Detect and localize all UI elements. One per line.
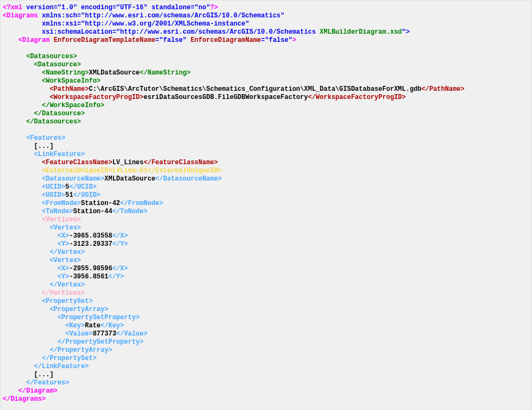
fromnode-close: </FromNode>: [120, 200, 163, 207]
uoid-open: <UOID>: [42, 191, 65, 199]
xml-declaration-attrs: version="1.0" encoding="UTF-16" standalo…: [26, 4, 210, 11]
value-val: 877373: [93, 330, 116, 338]
diagram-attr1-val: ="false": [155, 36, 187, 44]
propertyset-close: </PropertySet>: [42, 355, 97, 362]
workspaceinfo-close: </WorkSpaceInfo>: [42, 102, 104, 109]
uoid-close: </UOID>: [73, 191, 101, 199]
wfpid-close: </WorkspaceFactoryProgID>: [308, 94, 406, 101]
namestring-close: </NameString>: [140, 69, 191, 77]
pathname-open: <PathName>: [49, 85, 89, 93]
v1-x-close: </X>: [112, 232, 128, 240]
uoid-val: 51: [65, 191, 73, 199]
diagrams-close: </Diagrams>: [3, 395, 46, 403]
linkfeature-open: <LinkFeature>: [34, 151, 85, 158]
featureclassname-open: <FeatureClassName>: [42, 159, 112, 166]
vertices-close: </Vertices>: [42, 289, 85, 297]
v1-y-val: -3123.29337: [69, 240, 112, 248]
namestring-val: XMLDataSource: [89, 69, 140, 77]
featureclassname-close: </FeatureClassName>: [143, 159, 218, 166]
datasources-open: <Datasources>: [26, 53, 77, 60]
datasourcename-open: <DatasourceName>: [42, 175, 104, 183]
xml-code-view: <?xml version="1.0" encoding="UTF-16" st…: [0, 0, 532, 410]
v2-y-val: -3956.8561: [69, 273, 108, 281]
key-close: </Key>: [101, 322, 124, 330]
v2-x-open: <X>: [58, 265, 70, 272]
fromnode-open: <FromNode>: [42, 200, 81, 207]
xml-declaration-close: ?>: [210, 4, 218, 11]
diagrams-ns3-hl: XMLBuilderDiagram.xsd: [320, 28, 402, 36]
psp-open: <PropertySetProperty>: [58, 314, 140, 321]
tonode-close: </ToNode>: [112, 208, 148, 215]
vertex2-open: <Vertex>: [49, 257, 81, 264]
v1-x-open: <X>: [58, 232, 70, 240]
v2-y-open: <Y>: [58, 273, 70, 281]
value-close: </Value>: [116, 330, 148, 338]
ucid-open: <UCID>: [42, 183, 65, 191]
pathname-close: </PathName>: [422, 85, 465, 93]
key-open: <Key>: [65, 322, 85, 330]
v1-x-val: -3965.03558: [69, 232, 112, 240]
vertex2-close: </Vertex>: [49, 281, 85, 289]
diagram-open: <Diagram: [18, 36, 54, 44]
workspaceinfo-open: <WorkSpaceInfo>: [42, 77, 101, 85]
diagrams-ns2: xmlns:xsi="http://www.w3.org/2001/XMLSch…: [42, 20, 249, 28]
vertex1-open: <Vertex>: [49, 224, 81, 232]
v2-y-close: </Y>: [108, 273, 124, 281]
v2-x-val: -2955.98596: [69, 265, 112, 272]
v1-y-open: <Y>: [58, 240, 70, 248]
features-close: </Features>: [26, 379, 69, 387]
externaluniqueid-close: </ExternalUniqueID>: [147, 167, 222, 175]
externaluniqueid-val: LVLine-51: [112, 167, 148, 175]
pathname-val: C:\ArcGIS\ArcTutor\Schematics\Schematics…: [89, 85, 421, 93]
datasourcename-val: XMLDataSource: [104, 175, 155, 183]
diagrams-open: <Diagrams: [3, 12, 42, 20]
value-open: <Value>: [65, 330, 92, 338]
diagrams-ns3-pre: xsi:schemaLocation="http://www.esri.com/…: [42, 28, 320, 36]
features-open: <Features>: [26, 134, 65, 142]
vertex1-close: </Vertex>: [49, 249, 85, 256]
namestring-open: <NameString>: [42, 69, 89, 77]
psp-close: </PropertySetProperty>: [58, 338, 143, 346]
propertyarray-open: <PropertyArray>: [49, 306, 108, 313]
ucid-close: </UCID>: [69, 183, 96, 191]
key-val: Rate: [85, 322, 101, 330]
diagrams-ns1: xmlns:sch="http://www.esri.com/schemas/A…: [42, 12, 284, 20]
vertices-open: <Vertices>: [42, 216, 81, 223]
diagram-attr2-name: EnforceDiagramName: [186, 36, 261, 44]
tonode-open: <ToNode>: [42, 208, 73, 215]
wfpid-val: esriDataSourcesGDB.FileGDBWorkspaceFacto…: [143, 94, 308, 101]
ellipsis-bottom: [...]: [34, 371, 54, 378]
tonode-val: Station-44: [73, 208, 112, 215]
propertyarray-close: </PropertyArray>: [49, 346, 112, 354]
datasourcename-close: </DatasourceName>: [155, 175, 222, 183]
v1-y-close: </Y>: [112, 240, 128, 248]
diagram-attr1-name: EnforceDiagramTemplateName: [54, 36, 155, 44]
featureclassname-val: LV_Lines: [112, 159, 144, 166]
diagram-open-end: >: [292, 36, 296, 44]
propertyset-open: <PropertySet>: [42, 297, 93, 305]
diagram-close: </Diagram>: [18, 387, 58, 395]
v2-x-close: </X>: [112, 265, 128, 272]
xml-declaration-open: <?xml: [3, 4, 26, 11]
diagrams-ns3-post: ">: [402, 28, 410, 36]
datasource-open: <Datasource>: [34, 61, 81, 69]
fromnode-val: Station-42: [81, 200, 120, 207]
wfpid-open: <WorkspaceFactoryProgID>: [49, 94, 143, 101]
diagram-attr2-val: ="false": [261, 36, 292, 44]
ellipsis-top: [...]: [34, 142, 54, 150]
linkfeature-close: </LinkFeature>: [34, 363, 89, 370]
externaluniqueid-open: <ExternalUniqueID>: [42, 167, 112, 175]
datasources-close: </Datasources>: [26, 118, 81, 126]
datasource-close: </Datasource>: [34, 110, 85, 117]
